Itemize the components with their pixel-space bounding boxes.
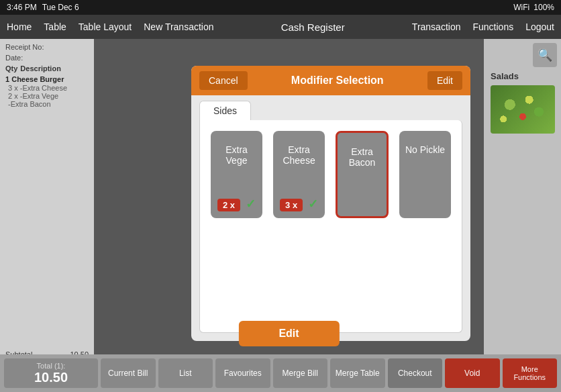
modal-header: Cancel Modifier Selection Edit (191, 66, 470, 95)
modifier-label-extra-cheese: Extra Cheese (273, 144, 325, 166)
modifier-extra-cheese: 3 x -Extra Cheese (5, 84, 89, 92)
search-area: 🔍 (488, 43, 557, 67)
void-button[interactable]: Void (445, 358, 500, 388)
receipt-no: Receipt No: (5, 43, 89, 51)
main-layout: Receipt No: Date: Qty Description 1 Chee… (0, 39, 561, 392)
col-desc: Description (20, 64, 61, 72)
sidebar: Receipt No: Date: Qty Description 1 Chee… (0, 39, 94, 392)
modal-cancel-button[interactable]: Cancel (199, 71, 248, 90)
list-button[interactable]: List (158, 358, 213, 388)
modifier-extra-bacon: -Extra Bacon (5, 100, 89, 108)
modifier-card-extra-bacon[interactable]: Extra Bacon (336, 131, 389, 218)
nav-table[interactable]: Table (44, 21, 66, 32)
current-bill-button[interactable]: Current Bill (101, 358, 156, 388)
center-content: Cancel Modifier Selection Edit Sides Ext… (94, 39, 484, 392)
status-bar-right: WiFi 100% (513, 3, 554, 12)
modal-tabs: Sides (191, 95, 470, 120)
more-functions-label: More Functions (513, 365, 546, 381)
col-qty: Qty (5, 64, 17, 72)
modal-edit-header-button[interactable]: Edit (427, 71, 462, 90)
order-item-1[interactable]: 1 Cheese Burger (5, 75, 89, 83)
wifi-icon: WiFi (513, 3, 529, 12)
nav-home[interactable]: Home (7, 21, 32, 32)
total-label: Total (1): (37, 362, 66, 370)
modifier-extra-vege: 2 x -Extra Vege (5, 92, 89, 100)
total-amount: 10.50 (34, 370, 68, 385)
modal-body: Extra Vege 2 x ✓ Extra Cheese 3 x ✓ Extr… (199, 120, 462, 333)
modifier-label-no-pickle: No Pickle (401, 144, 449, 155)
modifier-card-no-pickle[interactable]: No Pickle (399, 131, 451, 218)
time: 3:46 PM (7, 3, 37, 12)
modifier-modal: Cancel Modifier Selection Edit Sides Ext… (191, 66, 470, 341)
date-field: Date: (5, 54, 89, 62)
nav-center-title: Cash Register (226, 21, 400, 33)
status-bar-left: 3:46 PM Tue Dec 6 (7, 3, 79, 12)
nav-transaction[interactable]: Transaction (412, 21, 461, 32)
modifier-label-extra-vege: Extra Vege (211, 144, 262, 166)
bottom-bar: Total (1): 10.50 Current Bill List Favou… (0, 354, 561, 392)
status-bar: 3:46 PM Tue Dec 6 WiFi 100% (0, 0, 561, 15)
edit-overlay-button[interactable]: Edit (238, 321, 339, 346)
more-functions-button[interactable]: More Functions (503, 358, 558, 388)
top-nav: Home Table Table Layout New Transaction … (0, 15, 561, 39)
date: Tue Dec 6 (42, 3, 79, 12)
modifier-badge-extra-cheese: 3 x (280, 199, 303, 211)
modifier-badge-extra-vege: 2 x (217, 199, 240, 211)
nav-new-transaction[interactable]: New Transaction (144, 21, 213, 32)
modifier-check-extra-vege: ✓ (246, 197, 256, 211)
modifier-label-extra-bacon: Extra Bacon (338, 146, 387, 168)
nav-functions[interactable]: Functions (472, 21, 513, 32)
category-label: Salads (488, 71, 519, 81)
total-display: Total (1): 10.50 (4, 358, 98, 388)
merge-bill-button[interactable]: Merge Bill (273, 358, 328, 388)
favourites-button[interactable]: Favourites (215, 358, 270, 388)
right-panel: 🔍 Salads (484, 39, 561, 392)
nav-table-layout[interactable]: Table Layout (79, 21, 132, 32)
modal-title: Modifier Selection (248, 75, 427, 87)
checkout-button[interactable]: Checkout (388, 358, 443, 388)
col-headers: Qty Description (5, 64, 89, 72)
top-nav-right: Transaction Functions Logout (412, 21, 554, 32)
merge-table-button[interactable]: Merge Table (330, 358, 385, 388)
search-button[interactable]: 🔍 (533, 43, 557, 67)
modifier-card-extra-vege[interactable]: Extra Vege 2 x ✓ (211, 131, 262, 218)
modifier-check-extra-cheese: ✓ (308, 197, 318, 211)
nav-logout[interactable]: Logout (525, 21, 554, 32)
salad-thumbnail[interactable] (491, 85, 555, 134)
battery-status: 100% (533, 3, 554, 12)
search-icon: 🔍 (538, 48, 552, 62)
tab-sides[interactable]: Sides (199, 101, 251, 120)
modal-overlay: Cancel Modifier Selection Edit Sides Ext… (94, 39, 484, 354)
modifier-card-extra-cheese[interactable]: Extra Cheese 3 x ✓ (273, 131, 325, 218)
